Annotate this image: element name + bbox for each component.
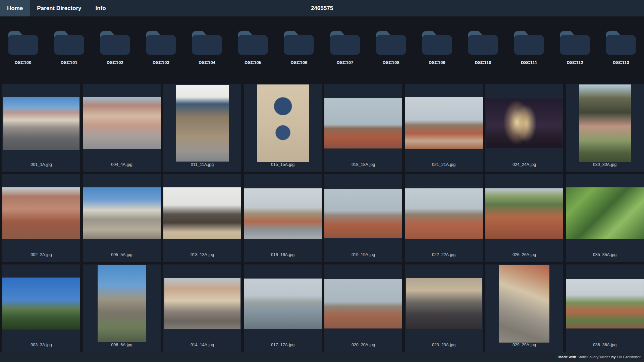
photo-thumbnail[interactable]: [2, 187, 80, 239]
photo-cell-018-18a-jpg[interactable]: 018_18A.jpg: [324, 84, 402, 172]
folder-item-dsc104[interactable]: DSC104: [184, 31, 230, 84]
folder-label: DSC104: [199, 60, 215, 65]
photo-filename: 011_11A.jpg: [163, 162, 241, 172]
photo-cell-014-14a-jpg[interactable]: 014_14A.jpg: [163, 264, 241, 352]
nav-item-home[interactable]: Home: [0, 0, 30, 16]
photo-filename: 026_26A.jpg: [485, 252, 563, 262]
photo-filename: 014_14A.jpg: [163, 343, 241, 352]
photo-thumb-area: [2, 174, 80, 252]
photo-cell-023-23a-jpg[interactable]: 023_23A.jpg: [405, 264, 483, 352]
photo-cell-022-22a-jpg[interactable]: 022_22A.jpg: [405, 174, 483, 262]
folder-item-dsc107[interactable]: DSC107: [322, 31, 368, 84]
photo-thumbnail[interactable]: [98, 265, 146, 342]
photo-thumb-area: [163, 264, 241, 343]
photo-thumbnail[interactable]: [163, 187, 241, 239]
photo-filename: 017_17A.jpg: [244, 343, 322, 352]
photo-cell-015-15a-jpg[interactable]: 015_15A.jpg: [244, 84, 322, 172]
photo-thumbnail[interactable]: [579, 84, 631, 162]
photo-cell-002-2a-jpg[interactable]: 002_2A.jpg: [2, 174, 80, 262]
photo-cell-016-16a-jpg[interactable]: 016_16A.jpg: [244, 174, 322, 262]
photo-thumb-area: [485, 264, 563, 343]
folder-item-dsc112[interactable]: DSC112: [552, 31, 598, 84]
footer-builder-link[interactable]: StaticGalleryBuilder: [578, 355, 610, 359]
photo-thumbnail[interactable]: [486, 99, 562, 148]
folder-item-dsc100[interactable]: DSC100: [0, 31, 46, 84]
folder-item-dsc101[interactable]: DSC101: [46, 31, 92, 84]
photo-filename: 020_20A.jpg: [324, 343, 402, 352]
photo-cell-006-6a-jpg[interactable]: 006_6A.jpg: [83, 264, 161, 352]
photo-thumbnail[interactable]: [83, 187, 161, 239]
photo-thumbnail[interactable]: [324, 98, 402, 148]
photo-cell-024-24a-jpg[interactable]: 024_24A.jpg: [485, 84, 563, 172]
photo-thumb-area: [163, 84, 241, 162]
photo-thumb-area: [566, 264, 644, 343]
photo-cell-013-13a-jpg[interactable]: 013_13A.jpg: [163, 174, 241, 262]
nav-item-parent-directory[interactable]: Parent Directory: [30, 0, 88, 16]
photo-thumbnail[interactable]: [405, 188, 483, 239]
photo-cell-019-19a-jpg[interactable]: 019_19A.jpg: [324, 174, 402, 262]
folder-label: DSC106: [290, 60, 307, 65]
photo-cell-035-35a-jpg[interactable]: 035_35A.jpg: [566, 174, 644, 262]
nav-items: HomeParent DirectoryInfo: [0, 0, 113, 16]
photo-cell-001-1a-jpg[interactable]: 001_1A.jpg: [2, 84, 80, 172]
photo-cell-026-26a-jpg[interactable]: 026_26A.jpg: [485, 174, 563, 262]
folder-icon: [100, 31, 130, 55]
folder-label: DSC108: [383, 60, 399, 65]
photo-thumbnail[interactable]: [164, 278, 240, 329]
folder-icon: [422, 31, 452, 55]
folder-item-dsc103[interactable]: DSC103: [138, 31, 184, 84]
photo-thumbnail[interactable]: [324, 279, 402, 328]
photo-filename: 018_18A.jpg: [324, 162, 402, 172]
photo-thumbnail[interactable]: [83, 97, 161, 149]
folder-item-dsc113[interactable]: DSC113: [598, 31, 644, 84]
photo-filename: 036_36A.jpg: [566, 343, 644, 352]
folder-icon: [376, 31, 406, 55]
photo-thumb-area: [566, 174, 644, 252]
photo-cell-004-4a-jpg[interactable]: 004_4A.jpg: [83, 84, 161, 172]
photo-thumbnail[interactable]: [485, 188, 563, 239]
nav-item-info[interactable]: Info: [89, 0, 113, 16]
photo-cell-036-36a-jpg[interactable]: 036_36A.jpg: [566, 264, 644, 352]
folder-icon: [330, 31, 360, 55]
photo-filename: 022_22A.jpg: [405, 252, 483, 262]
photo-thumbnail[interactable]: [566, 279, 644, 328]
photo-thumbnail[interactable]: [405, 97, 483, 149]
photo-thumbnail[interactable]: [566, 187, 644, 239]
photo-thumb-area: [244, 174, 322, 252]
photo-thumbnail[interactable]: [244, 188, 322, 239]
photo-cell-017-17a-jpg[interactable]: 017_17A.jpg: [244, 264, 322, 352]
photo-thumbnail[interactable]: [244, 279, 322, 329]
photo-thumb-area: [485, 84, 563, 162]
photo-cell-003-3a-jpg[interactable]: 003_3A.jpg: [2, 264, 80, 352]
photo-thumbnail[interactable]: [257, 84, 309, 162]
photo-cell-005-5a-jpg[interactable]: 005_5A.jpg: [83, 174, 161, 262]
folder-label: DSC109: [429, 60, 445, 65]
photo-thumb-area: [566, 84, 644, 162]
folder-item-dsc106[interactable]: DSC106: [276, 31, 322, 84]
photo-thumb-area: [405, 84, 483, 162]
folder-icon: [54, 31, 84, 55]
folder-item-dsc102[interactable]: DSC102: [92, 31, 138, 84]
photo-thumbnail[interactable]: [406, 278, 482, 329]
footer-author-link[interactable]: Flo Greistorfer.: [617, 355, 641, 359]
photo-thumb-area: [324, 84, 402, 162]
photo-cell-020-20a-jpg[interactable]: 020_20A.jpg: [324, 264, 402, 352]
photo-thumb-area: [324, 264, 402, 343]
photo-cell-029-29a-jpg[interactable]: 029_29A.jpg: [485, 264, 563, 352]
photo-cell-021-21a-jpg[interactable]: 021_21A.jpg: [405, 84, 483, 172]
folder-item-dsc109[interactable]: DSC109: [414, 31, 460, 84]
photo-thumbnail[interactable]: [2, 278, 80, 329]
folder-item-dsc111[interactable]: DSC111: [506, 31, 552, 84]
photo-thumb-area: [405, 264, 483, 343]
photo-thumbnail[interactable]: [3, 97, 79, 150]
photo-cell-011-11a-jpg[interactable]: 011_11A.jpg: [163, 84, 241, 172]
photo-thumbnail[interactable]: [324, 189, 402, 238]
folder-item-dsc105[interactable]: DSC105: [230, 31, 276, 84]
photo-thumbnail[interactable]: [499, 265, 549, 343]
folder-item-dsc108[interactable]: DSC108: [368, 31, 414, 84]
folder-item-dsc110[interactable]: DSC110: [460, 31, 506, 84]
photo-filename: 024_24A.jpg: [485, 162, 563, 172]
folder-label: DSC105: [245, 60, 261, 65]
photo-cell-030-30a-jpg[interactable]: 030_30A.jpg: [566, 84, 644, 172]
photo-thumbnail[interactable]: [176, 85, 229, 162]
